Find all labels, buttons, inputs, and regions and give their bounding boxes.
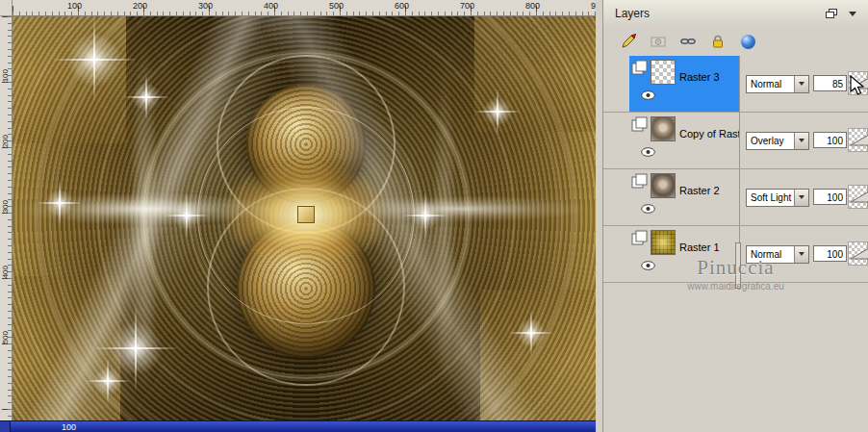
- blend-mode-dropdown[interactable]: Overlay: [746, 132, 809, 150]
- opacity-slider-wedge[interactable]: [850, 246, 868, 261]
- light-flare: [432, 70, 457, 378]
- ruler-label: 400: [1, 266, 10, 278]
- sparkle: [105, 318, 166, 379]
- chevron-down-icon[interactable]: [845, 7, 860, 20]
- sparkle: [130, 81, 163, 114]
- layer-select-area[interactable]: Raster 2: [629, 169, 739, 225]
- layer-type-icon: [631, 230, 649, 245]
- artwork-arc: [217, 55, 396, 234]
- sparkle: [409, 199, 442, 232]
- artwork-center-square: [297, 206, 315, 223]
- opacity-control: 100: [813, 113, 868, 168]
- blend-mode-value: Overlay: [747, 133, 794, 149]
- light-flare: [130, 43, 159, 394]
- layer-name: Raster 2: [677, 169, 739, 225]
- opacity-field[interactable]: 100: [813, 189, 847, 205]
- mask-layer-icon[interactable]: [649, 33, 668, 50]
- sparkle: [43, 187, 76, 219]
- layer-select-area[interactable]: Copy of Rast: [629, 113, 739, 168]
- opacity-field[interactable]: 100: [813, 132, 847, 148]
- sparkle: [515, 317, 548, 349]
- artwork-center-glow: [219, 161, 393, 268]
- opacity-field[interactable]: 85: [813, 75, 847, 91]
- scroll-value: 100: [62, 422, 76, 432]
- visibility-eye-icon[interactable]: [641, 257, 677, 274]
- sparkle: [91, 365, 124, 397]
- vertical-ruler[interactable]: 100 200 300 400 500: [0, 16, 13, 420]
- dropdown-arrow-button[interactable]: [794, 246, 808, 263]
- dropdown-arrow-button[interactable]: [794, 190, 808, 206]
- ruler-label: 200: [1, 135, 10, 147]
- artwork-sphere-bottom: [237, 219, 375, 358]
- ruler-corner: [0, 0, 13, 16]
- dropdown-arrow-button[interactable]: [794, 133, 808, 149]
- layer-thumbnail[interactable]: [651, 116, 676, 141]
- visibility-eye-icon[interactable]: [641, 143, 677, 161]
- layer-controls: Soft Light 100: [739, 169, 868, 225]
- opacity-control: 85: [813, 56, 868, 112]
- blend-mode-dropdown[interactable]: Soft Light: [746, 189, 809, 207]
- layer-thumbnail[interactable]: [651, 60, 676, 85]
- layer-row[interactable]: Raster 3 Normal 85: [603, 56, 868, 113]
- palette-toolbar: [603, 27, 868, 56]
- lock-transparency-icon[interactable]: [708, 33, 728, 50]
- column-splitter-handle[interactable]: [735, 242, 741, 289]
- artwork-rings: [13, 16, 596, 420]
- ruler-label: 700: [460, 1, 474, 11]
- ruler-label: 300: [198, 1, 213, 11]
- artwork-base: [13, 16, 596, 420]
- layer-row[interactable]: Copy of Rast Overlay 100: [603, 113, 868, 169]
- edit-layer-icon[interactable]: [619, 33, 638, 50]
- scrollbar-end-cap[interactable]: [0, 421, 11, 432]
- link-layers-icon[interactable]: [678, 33, 698, 50]
- opacity-field[interactable]: 100: [813, 245, 847, 262]
- panel-splitter[interactable]: [596, 0, 603, 432]
- blend-mode-dropdown[interactable]: Normal: [746, 75, 809, 93]
- ruler-label: 600: [395, 1, 409, 11]
- light-flare: [17, 192, 277, 225]
- ruler-label: 100: [67, 1, 82, 11]
- artwork-sphere-top: [246, 85, 366, 204]
- layers-palette: Layers: [603, 0, 868, 432]
- layer-name: Raster 3: [677, 56, 739, 112]
- opacity-slider-wedge[interactable]: [850, 190, 868, 204]
- artwork-arc: [37, 16, 575, 420]
- layer-name: Copy of Rast: [677, 113, 739, 168]
- opacity-slider-wedge[interactable]: [850, 76, 868, 90]
- layer-type-icon: [631, 60, 649, 75]
- layer-select-area[interactable]: Raster 3: [629, 56, 739, 112]
- horizontal-ruler[interactable]: 100 200 300 400 500 600 700 800 900: [13, 0, 596, 16]
- ruler-label: 800: [525, 1, 540, 11]
- application-window: 100 200 300 400 500 600 700 800 900 100 …: [0, 0, 868, 432]
- layer-select-area[interactable]: Raster 1: [629, 226, 739, 282]
- visibility-eye-icon[interactable]: [641, 87, 677, 104]
- blend-mode-dropdown[interactable]: Normal: [746, 245, 809, 264]
- horizontal-scrollbar[interactable]: 100: [0, 420, 596, 432]
- layer-thumbnail[interactable]: [651, 173, 676, 198]
- blend-mode-value: Soft Light: [747, 190, 794, 206]
- light-flare: [330, 195, 590, 222]
- ruler-label: 200: [133, 1, 147, 11]
- layer-row[interactable]: Raster 2 Soft Light 100: [603, 169, 868, 226]
- layer-thumbnail[interactable]: [651, 230, 676, 255]
- opacity-slider-wedge[interactable]: [850, 133, 868, 147]
- artwork-arc: [142, 52, 470, 379]
- opacity-control: 100: [813, 226, 868, 282]
- image-canvas[interactable]: [13, 16, 596, 420]
- visibility-eye-icon[interactable]: [641, 200, 677, 217]
- layer-type-icon: [631, 173, 649, 189]
- ruler-label: 400: [264, 1, 278, 11]
- palette-title: Layers: [615, 7, 818, 20]
- float-window-icon[interactable]: [824, 7, 839, 20]
- dropdown-arrow-button[interactable]: [794, 76, 808, 92]
- ruler-label: 500: [329, 1, 344, 11]
- blend-ranges-icon[interactable]: [738, 33, 757, 50]
- layer-type-icon: [631, 116, 649, 132]
- blend-mode-value: Normal: [747, 246, 794, 263]
- canvas-area: 100 200 300 400 500 600 700 800 900 100 …: [0, 0, 603, 432]
- blue-sphere-icon: [741, 35, 755, 49]
- palette-titlebar[interactable]: Layers: [603, 0, 868, 27]
- blend-mode-value: Normal: [747, 76, 794, 92]
- ruler-label: 100: [1, 69, 10, 82]
- light-streaks: [13, 16, 596, 420]
